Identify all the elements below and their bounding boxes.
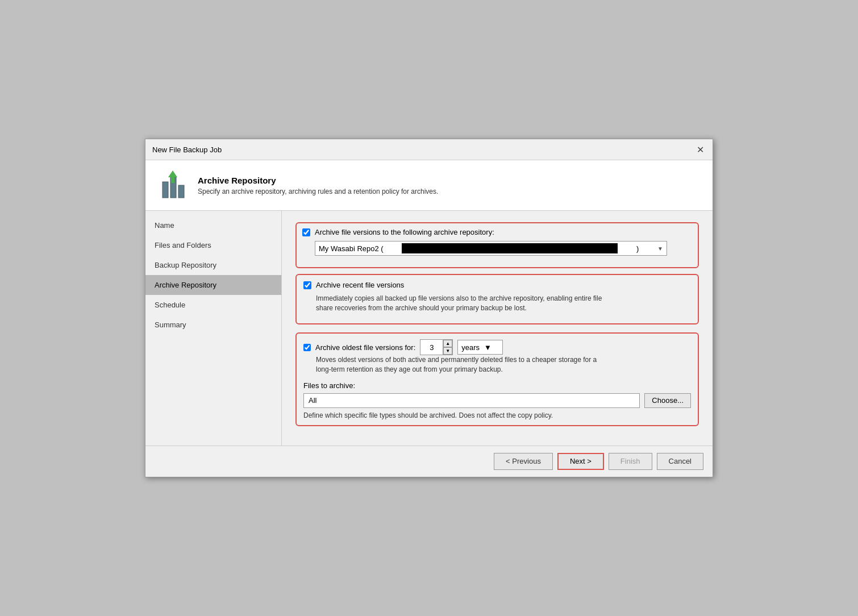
years-selected: years: [461, 343, 480, 352]
cancel-button[interactable]: Cancel: [657, 453, 703, 470]
content-area: Name Files and Folders Backup Repository…: [145, 211, 713, 445]
header-description: Specify an archive repository, archiving…: [198, 188, 438, 195]
files-input[interactable]: [303, 393, 640, 408]
files-label: Files to archive:: [303, 381, 691, 390]
archive-repo-outline: Archive file versions to the following a…: [295, 222, 699, 268]
header-section: Archive Repository Specify an archive re…: [145, 160, 713, 211]
repo-dropdown-arrow: ▼: [657, 245, 663, 252]
files-input-row: Choose...: [303, 393, 691, 408]
years-dropdown[interactable]: years ▼: [457, 340, 503, 355]
oldest-number-spinner: ▲ ▼: [420, 339, 453, 355]
header-title: Archive Repository: [198, 176, 438, 185]
spinner-up-button[interactable]: ▲: [443, 340, 452, 347]
finish-button[interactable]: Finish: [609, 453, 652, 470]
archive-versions-label: Archive file versions to the following a…: [315, 228, 494, 236]
oldest-versions-checkbox[interactable]: [303, 344, 311, 351]
recent-versions-outline: Archive recent file versions Immediately…: [295, 274, 699, 324]
oldest-versions-row: Archive oldest file versions for: ▲ ▼ ye…: [303, 339, 691, 355]
next-button[interactable]: Next >: [557, 453, 604, 470]
files-to-archive-section: Files to archive: Choose... Define which…: [303, 381, 691, 419]
recent-versions-label: Archive recent file versions: [316, 281, 404, 289]
sidebar-item-schedule[interactable]: Schedule: [145, 295, 281, 315]
archive-icon: [157, 169, 189, 201]
sidebar-item-archive-repository[interactable]: Archive Repository: [145, 275, 281, 295]
repo-dropdown[interactable]: My Wasabi Repo2 ( ) ▼: [315, 241, 667, 256]
recent-versions-row: Archive recent file versions: [303, 281, 691, 289]
sidebar-item-summary[interactable]: Summary: [145, 315, 281, 335]
choose-button[interactable]: Choose...: [644, 393, 691, 408]
svg-rect-0: [163, 182, 168, 198]
recent-versions-checkbox[interactable]: [303, 281, 311, 289]
define-text: Define which specific file types should …: [303, 411, 691, 419]
close-button[interactable]: ✕: [694, 144, 706, 155]
oldest-description: Moves oldest versions of both active and…: [316, 355, 691, 374]
spinner-down-button[interactable]: ▼: [443, 347, 452, 355]
sidebar-item-backup-repository[interactable]: Backup Repository: [145, 255, 281, 275]
oldest-versions-label: Archive oldest file versions for:: [315, 343, 415, 352]
years-dropdown-arrow: ▼: [484, 343, 492, 352]
main-content-panel: Archive file versions to the following a…: [282, 211, 713, 445]
oldest-versions-outline: Archive oldest file versions for: ▲ ▼ ye…: [295, 332, 699, 426]
repo-suffix: ): [636, 244, 639, 253]
recent-description: Immediately copies all backed up file ve…: [316, 294, 691, 313]
repo-prefix: My Wasabi Repo2 (: [319, 244, 384, 253]
repo-dropdown-row: My Wasabi Repo2 ( ) ▼: [315, 241, 692, 256]
repo-redacted: [402, 243, 618, 253]
sidebar: Name Files and Folders Backup Repository…: [145, 211, 282, 445]
oldest-number-input[interactable]: [420, 340, 443, 355]
spinner-buttons: ▲ ▼: [443, 340, 452, 355]
sidebar-item-files-and-folders[interactable]: Files and Folders: [145, 235, 281, 255]
sidebar-item-name[interactable]: Name: [145, 215, 281, 235]
previous-button[interactable]: < Previous: [494, 453, 553, 470]
title-bar: New File Backup Job ✕: [145, 139, 713, 160]
footer: < Previous Next > Finish Cancel: [145, 446, 713, 477]
header-text: Archive Repository Specify an archive re…: [198, 176, 438, 195]
svg-rect-2: [178, 185, 184, 198]
window-title: New File Backup Job: [152, 145, 222, 154]
archive-versions-checkbox[interactable]: [302, 228, 310, 236]
archive-versions-row: Archive file versions to the following a…: [302, 228, 692, 236]
main-window: New File Backup Job ✕ Archive Repository…: [145, 139, 713, 477]
